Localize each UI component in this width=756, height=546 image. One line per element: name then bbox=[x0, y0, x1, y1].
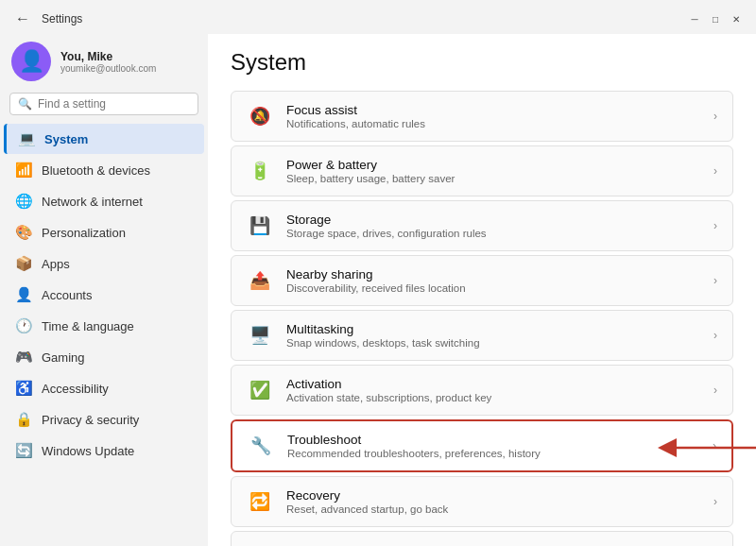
settings-item-nearby-sharing[interactable]: 📤 Nearby sharing Discoverability, receiv… bbox=[231, 255, 733, 306]
nearby-sharing-icon: 📤 bbox=[247, 267, 273, 294]
sidebar-item-system[interactable]: 💻 System bbox=[4, 124, 204, 154]
settings-list: 🔕 Focus assist Notifications, automatic … bbox=[231, 91, 733, 546]
time-label: Time & language bbox=[42, 319, 134, 333]
apps-icon: 📦 bbox=[15, 255, 32, 272]
activation-label: Activation bbox=[286, 377, 491, 391]
sidebar-item-network[interactable]: 🌐 Network & internet bbox=[4, 186, 204, 216]
back-button[interactable]: ← bbox=[11, 10, 34, 27]
system-label: System bbox=[44, 132, 88, 146]
storage-desc: Storage space, drives, configuration rul… bbox=[286, 228, 487, 239]
focus-assist-desc: Notifications, automatic rules bbox=[286, 118, 425, 129]
sidebar-item-gaming[interactable]: 🎮 Gaming bbox=[4, 342, 204, 372]
system-icon: 💻 bbox=[18, 130, 35, 147]
storage-chevron: › bbox=[713, 219, 717, 232]
network-icon: 🌐 bbox=[15, 193, 32, 210]
activation-chevron: › bbox=[713, 384, 717, 397]
personalization-icon: 🎨 bbox=[15, 224, 32, 241]
nearby-sharing-desc: Discoverability, received files location bbox=[286, 282, 466, 294]
settings-item-multitasking[interactable]: 🖥️ Multitasking Snap windows, desktops, … bbox=[231, 310, 733, 361]
settings-item-troubleshoot[interactable]: 🔧 Troubleshoot Recommended troubleshoote… bbox=[231, 419, 733, 472]
focus-assist-icon: 🔕 bbox=[247, 103, 273, 129]
avatar: 👤 bbox=[11, 42, 51, 81]
accessibility-icon: ♿ bbox=[15, 380, 32, 397]
user-email: youmike@outlook.com bbox=[60, 63, 156, 74]
recovery-icon: 🔁 bbox=[247, 488, 273, 515]
multitasking-desc: Snap windows, desktops, task switching bbox=[286, 337, 480, 349]
close-button[interactable]: ✕ bbox=[728, 10, 745, 27]
window-controls: ─ □ ✕ bbox=[686, 10, 745, 27]
time-icon: 🕐 bbox=[15, 317, 32, 334]
apps-label: Apps bbox=[42, 257, 70, 271]
sidebar: 👤 You, Mike youmike@outlook.com 🔍 💻 Syst… bbox=[0, 34, 208, 546]
sidebar-item-accounts[interactable]: 👤 Accounts bbox=[4, 280, 204, 310]
troubleshoot-label: Troubleshoot bbox=[287, 433, 541, 447]
privacy-label: Privacy & security bbox=[42, 413, 139, 427]
sidebar-item-personalization[interactable]: 🎨 Personalization bbox=[4, 217, 204, 247]
activation-desc: Activation state, subscriptions, product… bbox=[286, 392, 491, 403]
power-battery-label: Power & battery bbox=[286, 158, 455, 172]
content-area: System 🔕 Focus assist Notifications, aut… bbox=[208, 34, 756, 546]
storage-label: Storage bbox=[286, 213, 487, 227]
accounts-label: Accounts bbox=[42, 288, 92, 302]
search-input[interactable] bbox=[38, 97, 190, 111]
recovery-chevron: › bbox=[713, 495, 717, 508]
user-header: 👤 You, Mike youmike@outlook.com bbox=[0, 34, 208, 93]
troubleshoot-icon: 🔧 bbox=[248, 433, 274, 459]
multitasking-label: Multitasking bbox=[286, 322, 480, 336]
sidebar-item-accessibility[interactable]: ♿ Accessibility bbox=[4, 373, 204, 403]
nearby-sharing-chevron: › bbox=[713, 274, 717, 287]
user-name: You, Mike bbox=[60, 50, 156, 63]
settings-item-power-battery[interactable]: 🔋 Power & battery Sleep, battery usage, … bbox=[231, 145, 733, 196]
focus-assist-label: Focus assist bbox=[286, 103, 425, 117]
power-battery-icon: 🔋 bbox=[247, 158, 273, 184]
recovery-desc: Reset, advanced startup, go back bbox=[286, 503, 448, 515]
gaming-icon: 🎮 bbox=[15, 349, 32, 366]
app-title: Settings bbox=[42, 12, 82, 26]
recovery-label: Recovery bbox=[286, 488, 448, 503]
settings-item-projecting[interactable]: 📺 Projecting to this PC Permissions, pai… bbox=[231, 531, 733, 546]
update-icon: 🔄 bbox=[15, 442, 32, 459]
settings-item-storage[interactable]: 💾 Storage Storage space, drives, configu… bbox=[231, 200, 733, 251]
maximize-button[interactable]: □ bbox=[707, 10, 724, 27]
network-label: Network & internet bbox=[42, 195, 143, 209]
activation-icon: ✅ bbox=[247, 377, 273, 403]
sidebar-item-update[interactable]: 🔄 Windows Update bbox=[4, 435, 204, 466]
troubleshoot-chevron: › bbox=[713, 439, 716, 452]
settings-item-recovery[interactable]: 🔁 Recovery Reset, advanced startup, go b… bbox=[231, 476, 733, 527]
privacy-icon: 🔒 bbox=[15, 411, 32, 428]
sidebar-item-apps[interactable]: 📦 Apps bbox=[4, 248, 204, 279]
sidebar-item-privacy[interactable]: 🔒 Privacy & security bbox=[4, 404, 204, 435]
page-title: System bbox=[231, 49, 733, 76]
search-icon: 🔍 bbox=[18, 97, 32, 111]
power-battery-chevron: › bbox=[713, 164, 717, 178]
personalization-label: Personalization bbox=[42, 226, 126, 240]
multitasking-icon: 🖥️ bbox=[247, 322, 273, 349]
power-battery-desc: Sleep, battery usage, battery saver bbox=[286, 173, 455, 184]
storage-icon: 💾 bbox=[247, 213, 273, 239]
accounts-icon: 👤 bbox=[15, 286, 32, 303]
focus-assist-chevron: › bbox=[713, 110, 717, 123]
settings-item-focus-assist[interactable]: 🔕 Focus assist Notifications, automatic … bbox=[231, 91, 733, 142]
accessibility-label: Accessibility bbox=[42, 382, 109, 396]
settings-item-activation[interactable]: ✅ Activation Activation state, subscript… bbox=[231, 365, 733, 416]
minimize-button[interactable]: ─ bbox=[686, 10, 703, 27]
bluetooth-icon: 📶 bbox=[15, 162, 32, 179]
gaming-label: Gaming bbox=[42, 350, 85, 365]
search-box[interactable]: 🔍 bbox=[9, 93, 198, 115]
troubleshoot-desc: Recommended troubleshooters, preferences… bbox=[287, 448, 541, 459]
sidebar-item-bluetooth[interactable]: 📶 Bluetooth & devices bbox=[4, 155, 204, 185]
nearby-sharing-label: Nearby sharing bbox=[286, 267, 466, 282]
title-bar: ← Settings ─ □ ✕ bbox=[0, 0, 756, 34]
sidebar-nav: 💻 System 📶 Bluetooth & devices 🌐 Network… bbox=[0, 123, 208, 467]
sidebar-item-time[interactable]: 🕐 Time & language bbox=[4, 311, 204, 341]
multitasking-chevron: › bbox=[713, 329, 717, 342]
bluetooth-label: Bluetooth & devices bbox=[42, 163, 150, 178]
update-label: Windows Update bbox=[42, 444, 134, 458]
